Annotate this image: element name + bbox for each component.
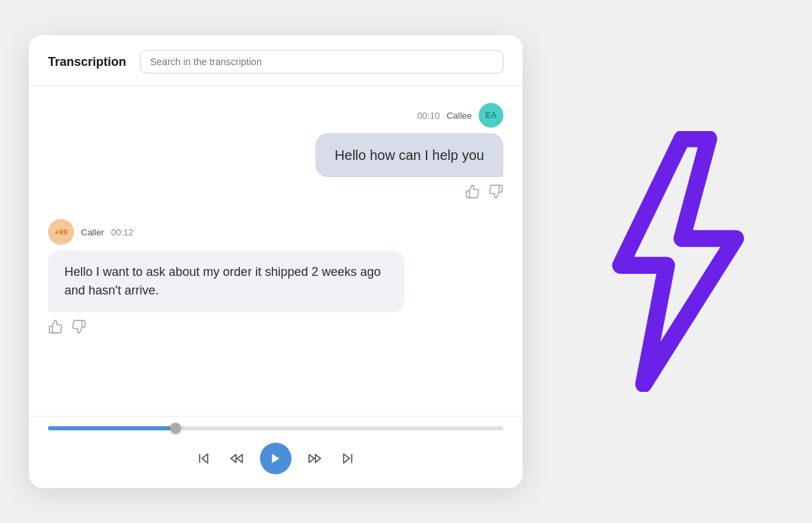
skip-to-end-button[interactable] [338,449,357,468]
fast-forward-button[interactable] [305,449,324,468]
svg-marker-3 [237,454,243,463]
svg-marker-2 [231,454,237,463]
player-area [29,416,523,488]
callee-label: Callee [446,111,472,121]
skip-to-start-button[interactable] [194,449,213,468]
search-input[interactable] [140,50,503,73]
callee-feedback [465,184,503,202]
thumbs-down-icon[interactable] [488,184,503,202]
svg-marker-4 [272,454,280,463]
svg-marker-0 [202,454,208,463]
caller-avatar: +99 [48,219,74,245]
lightning-bolt-decoration [571,131,763,392]
thumbs-up-icon[interactable] [465,184,480,202]
svg-marker-7 [344,454,349,463]
callee-bubble: Hello how can I help you [315,133,503,177]
caller-timestamp: 00:12 [111,227,134,237]
thumbs-down-icon-2[interactable] [71,319,86,338]
thumbs-up-icon-2[interactable] [48,319,63,338]
play-button[interactable] [260,443,291,474]
progress-fill [48,426,176,430]
transcription-title: Transcription [48,55,126,69]
message-callee: 00:10 Callee EA Hello how can I help you [48,103,503,202]
rewind-button[interactable] [227,449,246,468]
caller-bubble: Hello I want to ask about my order it sh… [48,251,405,312]
callee-timestamp: 00:10 [418,111,440,121]
callee-meta: 00:10 Callee EA [418,103,503,128]
player-controls [48,443,503,474]
svg-marker-5 [315,454,321,463]
card-header: Transcription [29,35,523,86]
progress-thumb[interactable] [170,423,181,434]
message-caller: +99 Caller 00:12 Hello I want to ask abo… [48,219,503,338]
caller-label: Caller [81,227,104,237]
transcription-card: Transcription 00:10 Callee EA Hello how … [29,35,523,488]
caller-feedback [48,319,86,338]
progress-bar[interactable] [48,426,503,430]
callee-avatar: EA [479,103,503,128]
messages-area: 00:10 Callee EA Hello how can I help you [29,86,523,416]
caller-meta: +99 Caller 00:12 [48,219,134,245]
svg-marker-6 [309,454,315,463]
